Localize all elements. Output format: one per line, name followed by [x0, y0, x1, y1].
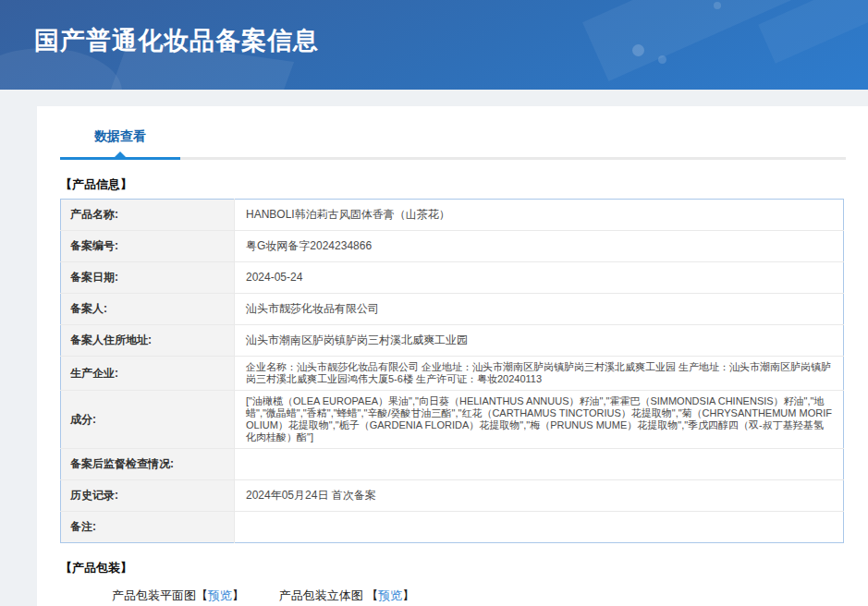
- product-info-table: 产品名称: HANBOLI韩泊莉古风固体香膏（山茶花） 备案编号: 粤G妆网备字…: [60, 199, 844, 543]
- packaging-3d-label: 产品包装立体图: [279, 588, 367, 602]
- content-card: 数据查看 【产品信息】 产品名称: HANBOLI韩泊莉古风固体香膏（山茶花） …: [37, 106, 868, 606]
- table-row: 备案后监督检查情况:: [61, 449, 844, 480]
- table-row: 历史记录: 2024年05月24日 首次备案: [61, 480, 844, 512]
- field-value: 粤G妆网备字2024234866: [235, 231, 844, 262]
- field-label: 产品名称:: [61, 200, 235, 231]
- field-value: 汕头市潮南区胪岗镇胪岗三村溪北威爽工业园: [235, 325, 844, 357]
- tab-active-underline: [60, 157, 180, 160]
- table-row: 成分: ["油橄榄（OLEA EUROPAEA）果油","向日葵（HELIANT…: [61, 391, 844, 449]
- field-label: 生产企业:: [61, 357, 235, 391]
- packaging-flat-item: 产品包装平面图【预览】: [112, 588, 244, 604]
- packaging-flat-preview-link[interactable]: 预览: [208, 588, 232, 602]
- packaging-row: 产品包装平面图【预览】 产品包装立体图 【预览】: [60, 588, 846, 604]
- tab-data-view-label: 数据查看: [94, 128, 146, 143]
- table-row: 备案编号: 粤G妆网备字2024234866: [61, 231, 844, 262]
- table-row: 备案人: 汕头市靓莎化妆品有限公司: [61, 294, 844, 325]
- tab-bar: 数据查看: [60, 121, 846, 160]
- table-row: 生产企业: 企业名称：汕头市靓莎化妆品有限公司 企业地址：汕头市潮南区胪岗镇胪岗…: [61, 357, 844, 391]
- packaging-3d-preview-link[interactable]: 预览: [378, 588, 402, 602]
- page-body: 数据查看 【产品信息】 产品名称: HANBOLI韩泊莉古风固体香膏（山茶花） …: [0, 90, 868, 606]
- field-label: 备案编号:: [61, 231, 235, 262]
- page-title: 国产普通化妆品备案信息: [0, 0, 868, 57]
- field-label: 备案人:: [61, 294, 235, 325]
- packaging-flat-label: 产品包装平面图: [112, 588, 196, 602]
- packaging-3d-item: 产品包装立体图 【预览】: [279, 588, 415, 604]
- packaging-section-title: 【产品包装】: [60, 560, 846, 576]
- field-value: 汕头市靓莎化妆品有限公司: [235, 294, 844, 325]
- tab-underline-track: [60, 157, 846, 160]
- field-value: ["油橄榄（OLEA EUROPAEA）果油","向日葵（HELIANTHUS …: [235, 391, 844, 449]
- bracket-open: 【: [366, 588, 378, 602]
- field-value: 2024-05-24: [235, 262, 844, 294]
- table-row: 备案人住所地址: 汕头市潮南区胪岗镇胪岗三村溪北威爽工业园: [61, 325, 844, 357]
- table-row: 备注:: [61, 512, 844, 543]
- field-label: 备案后监督检查情况:: [61, 449, 235, 480]
- field-value: HANBOLI韩泊莉古风固体香膏（山茶花）: [235, 200, 844, 231]
- field-value: [235, 512, 844, 543]
- field-value: 企业名称：汕头市靓莎化妆品有限公司 企业地址：汕头市潮南区胪岗镇胪岗三村溪北威爽…: [235, 357, 844, 391]
- bracket-close: 】: [232, 588, 244, 602]
- field-label: 备案人住所地址:: [61, 325, 235, 357]
- tab-active-arrow-icon: [115, 152, 126, 157]
- field-label: 成分:: [61, 391, 235, 449]
- bracket-open: 【: [196, 588, 208, 602]
- page-header: 国产普通化妆品备案信息: [0, 0, 868, 90]
- field-value: [235, 449, 844, 480]
- field-label: 备案日期:: [61, 262, 235, 294]
- field-label: 历史记录:: [61, 480, 235, 512]
- field-label: 备注:: [61, 512, 235, 543]
- product-info-section-title: 【产品信息】: [60, 176, 846, 193]
- table-row: 备案日期: 2024-05-24: [61, 262, 844, 294]
- bracket-close: 】: [402, 588, 414, 602]
- field-value: 2024年05月24日 首次备案: [235, 480, 844, 512]
- table-row: 产品名称: HANBOLI韩泊莉古风固体香膏（山茶花）: [61, 200, 844, 231]
